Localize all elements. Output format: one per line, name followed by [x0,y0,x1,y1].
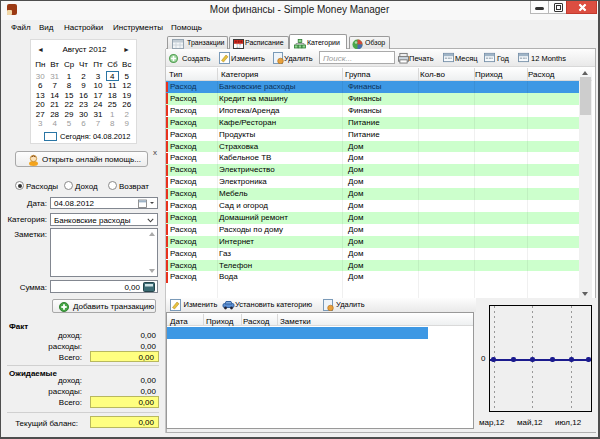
svg-text:17: 17 [236,44,242,49]
